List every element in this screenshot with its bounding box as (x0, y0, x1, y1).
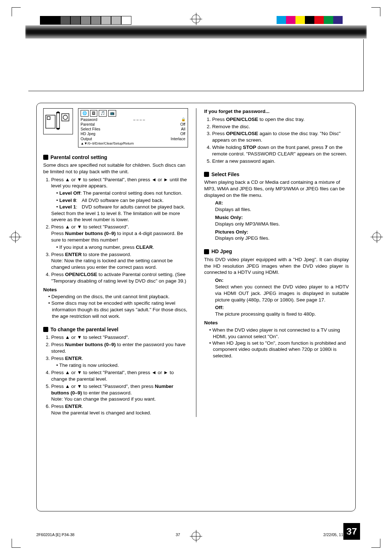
svg-rect-3 (62, 114, 69, 121)
parental-steps: Press ▲ or ▼ to select "Parental", then … (43, 177, 188, 284)
registration-mark-icon (11, 232, 20, 241)
registration-mark-icon (192, 15, 200, 23)
color-swatches (277, 16, 352, 24)
forget-password-steps: Press OPEN/CLOSE to open the disc tray. … (204, 116, 349, 165)
hd-jpeg-options: On:Select when you connect the DVD video… (204, 277, 349, 317)
audio-icon: 🎵 (99, 110, 107, 117)
display-icon: 📺 (108, 110, 116, 117)
heading-change-level: To change the parental level (43, 326, 188, 333)
globe-icon: 🌐 (81, 110, 89, 117)
column-right: If you forget the password... Press OPEN… (204, 108, 349, 505)
footer-timestamp: 2/22/05, 11:13 AM (323, 532, 356, 537)
svg-rect-1 (47, 117, 50, 119)
parental-intro: Some discs are specified not suitable fo… (43, 162, 188, 175)
hd-jpeg-notes: Notes When the DVD video player is not c… (204, 320, 349, 359)
parental-notes: Notes Depending on the discs, the unit c… (43, 287, 188, 320)
column-divider (196, 108, 196, 417)
heading-forget-password: If you forget the password... (204, 109, 269, 114)
svg-rect-2 (57, 112, 60, 129)
heading-hd-jpeg: HD Jpeg (204, 248, 349, 255)
hd-jpeg-intro: This DVD video player equipped with a "H… (204, 256, 349, 276)
header-rule-right (363, 39, 364, 91)
device-illustration-icon (43, 108, 73, 134)
registration-mark-icon (372, 232, 381, 241)
content-frame: 🌐 🖼 🎵 📺 Password– – – –🔒ParentalOffSelec… (36, 103, 356, 511)
picture-icon: 🖼 (90, 110, 97, 117)
select-files-intro: When playing back a CD or Media card con… (204, 179, 349, 198)
change-level-steps: Press ▲ or ▼ to select "Password". Press… (43, 334, 188, 416)
column-left: 🌐 🖼 🎵 📺 Password– – – –🔒ParentalOffSelec… (43, 108, 188, 505)
grayscale-swatches (40, 16, 131, 25)
footer-page: 37 (176, 532, 180, 537)
footer-doc-id: 2F60201A [E] P34-38 (36, 532, 74, 537)
osd-hint: ▲▼/0–9/Enter/Clear/Setup/Return (81, 141, 185, 146)
svg-point-4 (63, 115, 68, 119)
osd-preview: 🌐 🖼 🎵 📺 Password– – – –🔒ParentalOffSelec… (78, 108, 188, 147)
heading-select-files: Select Files (204, 171, 349, 178)
heading-parental-control: Parental control setting (43, 154, 188, 161)
select-files-options: All:Displays all files. Music Only:Displ… (204, 200, 349, 242)
header-rule (28, 91, 364, 91)
footer: 2F60201A [E] P34-38 37 2/22/05, 11:13 AM (36, 532, 356, 537)
gradient-bar (25, 25, 367, 39)
page-number: 37 (343, 523, 360, 540)
